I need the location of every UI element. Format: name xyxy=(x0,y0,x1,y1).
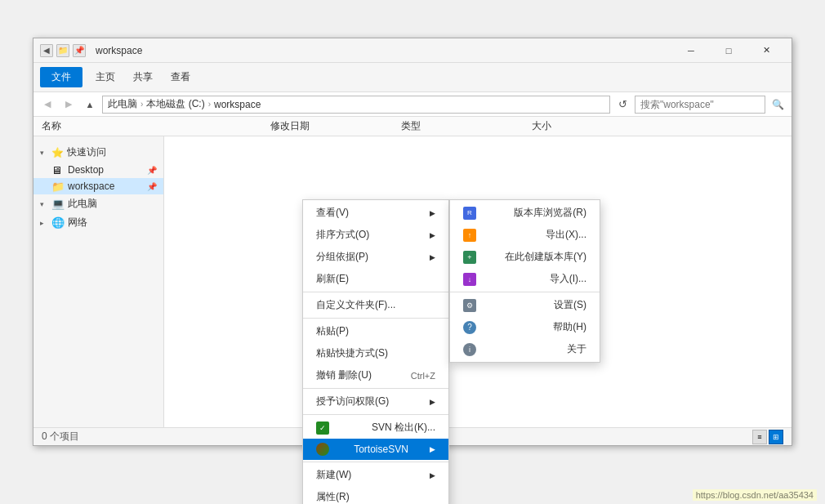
ctx-undo-shortcut: Ctrl+Z xyxy=(411,371,435,381)
watermark: https://blog.csdn.net/aa35434 xyxy=(693,489,817,501)
repo-browser-icon: R xyxy=(463,207,476,220)
search-icon[interactable]: 🔍 xyxy=(769,96,787,114)
refresh-button[interactable]: ↺ xyxy=(613,96,631,114)
context-menu: 查看(V) ▶ 排序方式(O) ▶ 分组依据(P) ▶ 刷新(E) 自定义文件夹… xyxy=(302,199,449,504)
sub-settings[interactable]: ⚙ 设置(S) xyxy=(450,294,600,316)
up-button[interactable]: ▲ xyxy=(81,96,99,114)
ctx-sep-5 xyxy=(303,462,448,462)
ctx-group-label: 分组依据(P) xyxy=(316,250,368,264)
ctx-group[interactable]: 分组依据(P) ▶ xyxy=(303,246,448,268)
tb-back-icon[interactable]: ◀ xyxy=(40,44,53,57)
window-title: workspace xyxy=(96,45,142,56)
network-label: 网络 xyxy=(68,216,87,230)
computer-label: 此电脑 xyxy=(68,197,97,211)
ctx-tortoise-svn[interactable]: TortoiseSVN ▶ xyxy=(303,439,448,460)
maximize-button[interactable]: □ xyxy=(710,38,747,63)
address-bar: ◀ ▶ ▲ 此电脑 › 本地磁盘 (C:) › workspace ↺ 🔍 xyxy=(33,92,792,117)
sidebar-quick-access-header[interactable]: ▾ ⭐ 快速访问 xyxy=(33,143,163,162)
sub-repo-browser[interactable]: R 版本库浏览器(R) xyxy=(450,202,600,224)
tortoise-icon xyxy=(316,443,329,456)
desktop-icon: 🖥 xyxy=(51,164,65,176)
quick-access-arrow: ▾ xyxy=(40,149,48,157)
ctx-new-arrow: ▶ xyxy=(430,471,435,479)
ctx-paste-label: 粘贴(P) xyxy=(316,324,349,338)
forward-button[interactable]: ▶ xyxy=(60,96,78,114)
ctx-customize-label: 自定义文件夹(F)... xyxy=(316,298,395,312)
sub-about-label: 关于 xyxy=(567,342,586,356)
close-button[interactable]: ✕ xyxy=(747,38,785,63)
ctx-svn-checkout-label: SVN 检出(K)... xyxy=(372,421,435,435)
ribbon-tab-file[interactable]: 文件 xyxy=(40,67,82,87)
desktop-label: Desktop xyxy=(68,164,104,176)
ctx-sort-label: 排序方式(O) xyxy=(316,228,369,242)
ctx-access[interactable]: 授予访问权限(G) ▶ xyxy=(303,390,448,413)
submenu-tortoise: R 版本库浏览器(R) ↑ 导出(X)... + 在此创建版本库(Y) ↓ 导入… xyxy=(449,199,600,363)
sub-export[interactable]: ↑ 导出(X)... xyxy=(450,224,600,246)
sidebar-computer-header[interactable]: ▾ 💻 此电脑 xyxy=(33,194,163,213)
path-workspace[interactable]: workspace xyxy=(214,99,261,110)
ctx-view-arrow: ▶ xyxy=(430,209,435,217)
ctx-access-arrow: ▶ xyxy=(430,398,435,406)
tb-folder-icon[interactable]: 📁 xyxy=(56,44,69,57)
sub-help-label: 帮助(H) xyxy=(553,320,586,334)
col-header-date[interactable]: 修改日期 xyxy=(270,119,401,133)
ctx-view[interactable]: 查看(V) ▶ xyxy=(303,202,448,224)
ctx-access-label: 授予访问权限(G) xyxy=(316,395,389,408)
tile-view-button[interactable]: ⊞ xyxy=(769,430,783,444)
address-path[interactable]: 此电脑 › 本地磁盘 (C:) › workspace xyxy=(102,96,610,114)
minimize-button[interactable]: ─ xyxy=(672,38,710,63)
view-controls: ≡ ⊞ xyxy=(752,430,783,444)
column-headers: 名称 修改日期 类型 大小 xyxy=(33,117,792,136)
ctx-tortoise-label: TortoiseSVN xyxy=(354,444,408,455)
ctx-refresh-label: 刷新(E) xyxy=(316,272,349,286)
sidebar-item-workspace[interactable]: 📁 workspace 📌 xyxy=(33,178,163,194)
ctx-undo-label: 撤销 删除(U) xyxy=(316,368,372,382)
path-arrow-1: › xyxy=(140,100,143,109)
col-header-size[interactable]: 大小 xyxy=(532,119,613,133)
back-button[interactable]: ◀ xyxy=(38,96,56,114)
ctx-group-arrow: ▶ xyxy=(430,253,435,261)
sub-create-repo[interactable]: + 在此创建版本库(Y) xyxy=(450,246,600,268)
workspace-folder-icon: 📁 xyxy=(51,181,65,192)
ctx-paste[interactable]: 粘贴(P) xyxy=(303,320,448,342)
title-bar-icons: ◀ 📁 📌 xyxy=(40,44,86,57)
ribbon-tab-view[interactable]: 查看 xyxy=(163,67,198,87)
sub-import[interactable]: ↓ 导入(I)... xyxy=(450,268,600,290)
sub-help[interactable]: ? 帮助(H) xyxy=(450,316,600,338)
ribbon-tab-home[interactable]: 主页 xyxy=(87,67,123,87)
ctx-undo[interactable]: 撤销 删除(U) Ctrl+Z xyxy=(303,364,448,386)
sidebar-network-header[interactable]: ▸ 🌐 网络 xyxy=(33,213,163,232)
path-drive[interactable]: 本地磁盘 (C:) xyxy=(146,97,204,111)
create-repo-icon: + xyxy=(463,251,476,264)
ctx-sep-2 xyxy=(303,318,448,319)
ctx-properties[interactable]: 属性(R) xyxy=(303,486,448,504)
ctx-refresh[interactable]: 刷新(E) xyxy=(303,268,448,290)
ctx-svn-checkout[interactable]: ✓ SVN 检出(K)... xyxy=(303,417,448,439)
search-input[interactable] xyxy=(635,96,765,114)
ctx-new[interactable]: 新建(W) ▶ xyxy=(303,464,448,486)
sub-settings-label: 设置(S) xyxy=(554,298,586,312)
ctx-new-label: 新建(W) xyxy=(316,468,351,482)
sub-import-label: 导入(I)... xyxy=(550,272,586,286)
col-header-name[interactable]: 名称 xyxy=(42,119,270,133)
about-icon: i xyxy=(463,343,476,356)
col-header-type[interactable]: 类型 xyxy=(401,119,532,133)
sidebar-item-desktop[interactable]: 🖥 Desktop 📌 xyxy=(33,162,163,178)
ctx-customize[interactable]: 自定义文件夹(F)... xyxy=(303,294,448,316)
sub-create-repo-label: 在此创建版本库(Y) xyxy=(505,250,586,264)
tb-pin-icon[interactable]: 📌 xyxy=(73,44,86,57)
ctx-view-label: 查看(V) xyxy=(316,206,349,220)
desktop-pin-icon: 📌 xyxy=(147,166,157,175)
sub-export-label: 导出(X)... xyxy=(546,228,586,242)
ctx-sep-1 xyxy=(303,292,448,292)
ctx-paste-shortcut[interactable]: 粘贴快捷方式(S) xyxy=(303,342,448,364)
ctx-sort[interactable]: 排序方式(O) ▶ xyxy=(303,224,448,246)
ribbon-tab-share[interactable]: 共享 xyxy=(125,67,161,87)
network-arrow: ▸ xyxy=(40,219,48,227)
detail-view-button[interactable]: ≡ xyxy=(752,430,767,444)
path-computer[interactable]: 此电脑 xyxy=(108,97,137,111)
quick-access-label: 快速访问 xyxy=(67,145,106,159)
sub-repo-browser-label: 版本库浏览器(R) xyxy=(514,206,586,220)
sub-about[interactable]: i 关于 xyxy=(450,338,600,360)
export-icon: ↑ xyxy=(463,229,476,242)
